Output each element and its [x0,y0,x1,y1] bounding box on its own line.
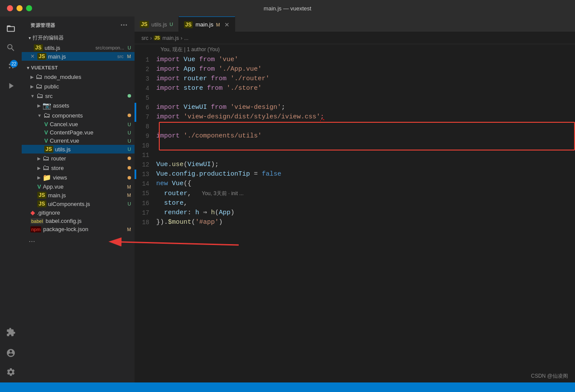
folder-name: assets [53,102,69,109]
tab-main-js[interactable]: JS main.js M ✕ [179,16,235,32]
line-number: 12 [136,160,156,170]
js-icon-small: JS [154,36,161,40]
line-number: 7 [136,112,156,122]
breadcrumb-main[interactable]: main.js [162,35,179,41]
breadcrumb-sep2: › [181,35,182,41]
line-content[interactable]: render: h ⇒ h(App) [156,208,575,218]
folder-icon: 📷 [43,101,51,110]
line-number: 3 [136,74,156,84]
extensions-icon[interactable] [2,323,20,341]
sidebar-item-assets[interactable]: ▶ 📷 assets [22,101,135,111]
minimize-button[interactable] [16,5,23,11]
tabs-bar: JS utils.js U JS main.js M ✕ [135,16,575,32]
code-line-15: 15 router,You, 3天前 · init ... [135,189,575,199]
open-file-utils-name: utils.js [45,45,94,51]
sidebar-item-uicomponents-js[interactable]: JS uiComponents.js U [22,199,135,208]
line-content[interactable]: new Vue({ [156,179,575,189]
line-content[interactable]: import ViewUI from 'view-design'; [156,103,575,112]
titlebar: main.js — vuextest [0,0,575,16]
js-file-icon: JS [44,146,53,153]
close-button[interactable] [7,5,13,11]
project-section[interactable]: ▾ VUEXTEST [22,63,135,72]
open-file-utils[interactable]: JS utils.js src/compon... U [22,43,135,52]
code-line-16: 16 store, [135,199,575,208]
run-icon[interactable] [2,77,20,95]
line-content[interactable]: import router from './router' [156,74,575,84]
file-name: package-lock.json [43,226,88,232]
sidebar: 资源管理器 ··· ▾ 打开的编辑器 JS utils.js src/compo… [22,16,135,382]
chevron-down-icon: ▾ [29,36,31,40]
sidebar-item-babel-config[interactable]: babel babel.config.js [22,217,135,225]
line-content[interactable]: import './components/utils' [156,131,575,141]
open-file-main[interactable]: ✕ JS main.js src M [22,52,135,61]
close-icon[interactable]: ✕ [30,53,35,59]
sidebar-item-main-js[interactable]: JS main.js M [22,191,135,199]
sidebar-item-public[interactable]: ▶ 🗂 public [22,82,135,91]
line-content[interactable]: }).$mount('#app') [156,218,575,227]
sidebar-item-store[interactable]: ▶ 🗂 store [22,163,135,173]
sidebar-item-node-modules[interactable]: ▶ 🗂 node_modules [22,72,135,82]
main-layout: 22 资源管理器 ··· ▾ 打开的编辑器 JS utils.js src/ [0,16,575,382]
chevron-right-icon: ▶ [37,166,41,170]
breadcrumb-src[interactable]: src [141,35,148,41]
js-file-icon: JS [37,200,46,207]
file-name: babel.config.js [46,218,82,224]
vue-icon: V [44,137,48,144]
open-editors-section[interactable]: ▾ 打开的编辑器 [22,33,135,43]
sidebar-more-icon[interactable]: ··· [120,21,128,30]
file-name: uiComponents.js [48,201,90,207]
line-content[interactable]: import App from './App.vue' [156,65,575,74]
chevron-down-icon: ▼ [30,94,35,98]
sidebar-item-app-vue[interactable]: V App.vue M [22,183,135,191]
sidebar-item-router[interactable]: ▶ 🗂 router [22,154,135,163]
file-name: App.vue [43,183,64,190]
code-line-14: 14 new Vue({ [135,179,575,189]
chevron-right-icon: ▶ [37,103,41,108]
sidebar-item-gitignore[interactable]: ◆ .gitignore [22,208,135,217]
file-name: Current.vue [50,137,79,144]
sidebar-item-utils-js[interactable]: JS utils.js U [22,145,135,154]
components-modified-dot [128,114,131,117]
tab-utils-js[interactable]: JS utils.js U [135,16,179,32]
line-content[interactable]: import store from './store' [156,84,575,93]
line-number: 17 [136,208,156,218]
sidebar-item-cancel-vue[interactable]: V Cancel.vue U [22,120,135,128]
explorer-icon[interactable] [2,20,20,37]
breadcrumb: src › JS main.js › ... [135,32,575,44]
chevron-right-icon: ▶ [37,175,41,180]
sidebar-item-contentpage-vue[interactable]: V ContentPage.vue U [22,128,135,137]
sidebar-more-bottom-icon[interactable]: ··· [22,233,135,249]
sidebar-item-package-lock[interactable]: npm package-lock.json M [22,225,135,233]
line-content[interactable]: import 'view-design/dist/styles/iview.cs… [156,112,575,122]
folder-icon: 🗂 [43,164,49,172]
breadcrumb-sep: › [150,35,152,41]
folder-name: views [53,174,67,181]
code-line-8: 8 [135,122,575,131]
chevron-right-icon: ▶ [37,156,41,161]
sidebar-item-views[interactable]: ▶ 📁 views [22,173,135,183]
code-line-4: 4 import store from './store' [135,84,575,93]
account-icon[interactable] [2,344,20,362]
maximize-button[interactable] [26,5,32,11]
sidebar-item-components[interactable]: ▼ 🗂 components [22,111,135,120]
window-controls[interactable] [7,5,32,11]
line-number: 18 [136,218,156,227]
line-content[interactable]: router,You, 3天前 · init ... [156,189,575,199]
folder-name: components [52,112,83,119]
search-icon[interactable] [2,39,20,56]
chevron-right-icon: ▾ [27,65,30,70]
folder-name: store [51,165,64,171]
chevron-down-icon: ▼ [37,113,42,118]
settings-icon[interactable] [2,363,20,381]
line-number: 13 [136,170,156,179]
source-control-icon[interactable]: 22 [2,58,20,75]
line-content[interactable]: Vue.use(ViewUI); [156,160,575,170]
line-content[interactable]: Vue.config.productionTip = false [156,170,575,179]
breadcrumb-dots[interactable]: ... [184,35,188,41]
store-modified-dot [128,166,131,170]
sidebar-item-src[interactable]: ▼ 🗂 src [22,91,135,101]
line-content[interactable]: import Vue from 'vue' [156,55,575,65]
sidebar-item-current-vue[interactable]: V Current.vue U [22,137,135,145]
tab-close-icon[interactable]: ✕ [224,21,230,28]
line-content[interactable]: store, [156,199,575,208]
